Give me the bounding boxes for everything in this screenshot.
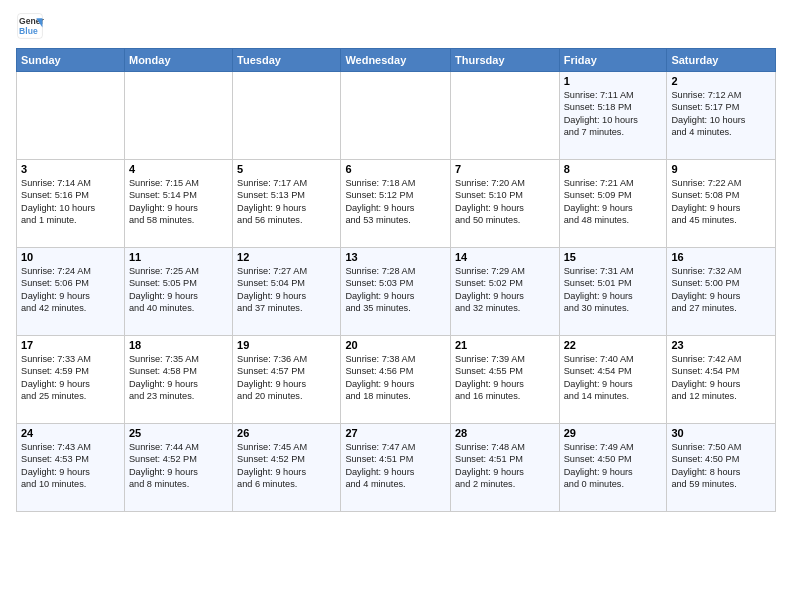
day-info: Sunrise: 7:40 AM Sunset: 4:54 PM Dayligh… (564, 353, 663, 403)
day-cell-12: 12Sunrise: 7:27 AM Sunset: 5:04 PM Dayli… (233, 248, 341, 336)
empty-cell (17, 72, 125, 160)
day-number: 14 (455, 251, 555, 263)
day-info: Sunrise: 7:27 AM Sunset: 5:04 PM Dayligh… (237, 265, 336, 315)
day-number: 7 (455, 163, 555, 175)
day-info: Sunrise: 7:36 AM Sunset: 4:57 PM Dayligh… (237, 353, 336, 403)
day-number: 23 (671, 339, 771, 351)
day-cell-18: 18Sunrise: 7:35 AM Sunset: 4:58 PM Dayli… (124, 336, 232, 424)
day-number: 19 (237, 339, 336, 351)
day-number: 8 (564, 163, 663, 175)
weekday-header-saturday: Saturday (667, 49, 776, 72)
day-number: 17 (21, 339, 120, 351)
day-info: Sunrise: 7:44 AM Sunset: 4:52 PM Dayligh… (129, 441, 228, 491)
day-number: 1 (564, 75, 663, 87)
empty-cell (124, 72, 232, 160)
day-number: 13 (345, 251, 446, 263)
day-info: Sunrise: 7:45 AM Sunset: 4:52 PM Dayligh… (237, 441, 336, 491)
day-number: 3 (21, 163, 120, 175)
page-header: General Blue (16, 12, 776, 40)
week-row-4: 17Sunrise: 7:33 AM Sunset: 4:59 PM Dayli… (17, 336, 776, 424)
weekday-header-tuesday: Tuesday (233, 49, 341, 72)
day-info: Sunrise: 7:18 AM Sunset: 5:12 PM Dayligh… (345, 177, 446, 227)
empty-cell (233, 72, 341, 160)
day-info: Sunrise: 7:39 AM Sunset: 4:55 PM Dayligh… (455, 353, 555, 403)
weekday-header-friday: Friday (559, 49, 667, 72)
day-number: 18 (129, 339, 228, 351)
week-row-3: 10Sunrise: 7:24 AM Sunset: 5:06 PM Dayli… (17, 248, 776, 336)
day-number: 12 (237, 251, 336, 263)
day-info: Sunrise: 7:14 AM Sunset: 5:16 PM Dayligh… (21, 177, 120, 227)
day-info: Sunrise: 7:12 AM Sunset: 5:17 PM Dayligh… (671, 89, 771, 139)
day-info: Sunrise: 7:22 AM Sunset: 5:08 PM Dayligh… (671, 177, 771, 227)
day-cell-13: 13Sunrise: 7:28 AM Sunset: 5:03 PM Dayli… (341, 248, 451, 336)
day-number: 27 (345, 427, 446, 439)
logo-icon: General Blue (16, 12, 44, 40)
week-row-1: 1Sunrise: 7:11 AM Sunset: 5:18 PM Daylig… (17, 72, 776, 160)
day-info: Sunrise: 7:20 AM Sunset: 5:10 PM Dayligh… (455, 177, 555, 227)
day-info: Sunrise: 7:25 AM Sunset: 5:05 PM Dayligh… (129, 265, 228, 315)
day-cell-2: 2Sunrise: 7:12 AM Sunset: 5:17 PM Daylig… (667, 72, 776, 160)
day-cell-22: 22Sunrise: 7:40 AM Sunset: 4:54 PM Dayli… (559, 336, 667, 424)
day-cell-4: 4Sunrise: 7:15 AM Sunset: 5:14 PM Daylig… (124, 160, 232, 248)
day-cell-15: 15Sunrise: 7:31 AM Sunset: 5:01 PM Dayli… (559, 248, 667, 336)
day-info: Sunrise: 7:29 AM Sunset: 5:02 PM Dayligh… (455, 265, 555, 315)
day-cell-17: 17Sunrise: 7:33 AM Sunset: 4:59 PM Dayli… (17, 336, 125, 424)
day-info: Sunrise: 7:33 AM Sunset: 4:59 PM Dayligh… (21, 353, 120, 403)
day-cell-11: 11Sunrise: 7:25 AM Sunset: 5:05 PM Dayli… (124, 248, 232, 336)
day-info: Sunrise: 7:24 AM Sunset: 5:06 PM Dayligh… (21, 265, 120, 315)
day-number: 25 (129, 427, 228, 439)
day-number: 26 (237, 427, 336, 439)
calendar: SundayMondayTuesdayWednesdayThursdayFrid… (16, 48, 776, 512)
day-number: 24 (21, 427, 120, 439)
day-cell-10: 10Sunrise: 7:24 AM Sunset: 5:06 PM Dayli… (17, 248, 125, 336)
day-cell-29: 29Sunrise: 7:49 AM Sunset: 4:50 PM Dayli… (559, 424, 667, 512)
day-info: Sunrise: 7:35 AM Sunset: 4:58 PM Dayligh… (129, 353, 228, 403)
weekday-header-thursday: Thursday (451, 49, 560, 72)
day-number: 20 (345, 339, 446, 351)
day-cell-30: 30Sunrise: 7:50 AM Sunset: 4:50 PM Dayli… (667, 424, 776, 512)
day-cell-9: 9Sunrise: 7:22 AM Sunset: 5:08 PM Daylig… (667, 160, 776, 248)
day-number: 6 (345, 163, 446, 175)
empty-cell (341, 72, 451, 160)
day-number: 29 (564, 427, 663, 439)
day-number: 11 (129, 251, 228, 263)
day-number: 22 (564, 339, 663, 351)
day-cell-7: 7Sunrise: 7:20 AM Sunset: 5:10 PM Daylig… (451, 160, 560, 248)
day-cell-5: 5Sunrise: 7:17 AM Sunset: 5:13 PM Daylig… (233, 160, 341, 248)
week-row-2: 3Sunrise: 7:14 AM Sunset: 5:16 PM Daylig… (17, 160, 776, 248)
day-info: Sunrise: 7:49 AM Sunset: 4:50 PM Dayligh… (564, 441, 663, 491)
svg-text:Blue: Blue (19, 26, 38, 36)
weekday-header-wednesday: Wednesday (341, 49, 451, 72)
day-number: 30 (671, 427, 771, 439)
day-number: 15 (564, 251, 663, 263)
day-cell-19: 19Sunrise: 7:36 AM Sunset: 4:57 PM Dayli… (233, 336, 341, 424)
day-info: Sunrise: 7:28 AM Sunset: 5:03 PM Dayligh… (345, 265, 446, 315)
day-info: Sunrise: 7:42 AM Sunset: 4:54 PM Dayligh… (671, 353, 771, 403)
weekday-header-monday: Monday (124, 49, 232, 72)
day-info: Sunrise: 7:47 AM Sunset: 4:51 PM Dayligh… (345, 441, 446, 491)
day-cell-1: 1Sunrise: 7:11 AM Sunset: 5:18 PM Daylig… (559, 72, 667, 160)
day-cell-21: 21Sunrise: 7:39 AM Sunset: 4:55 PM Dayli… (451, 336, 560, 424)
day-cell-26: 26Sunrise: 7:45 AM Sunset: 4:52 PM Dayli… (233, 424, 341, 512)
day-cell-6: 6Sunrise: 7:18 AM Sunset: 5:12 PM Daylig… (341, 160, 451, 248)
weekday-header-sunday: Sunday (17, 49, 125, 72)
day-cell-25: 25Sunrise: 7:44 AM Sunset: 4:52 PM Dayli… (124, 424, 232, 512)
day-info: Sunrise: 7:17 AM Sunset: 5:13 PM Dayligh… (237, 177, 336, 227)
day-number: 2 (671, 75, 771, 87)
week-row-5: 24Sunrise: 7:43 AM Sunset: 4:53 PM Dayli… (17, 424, 776, 512)
day-info: Sunrise: 7:32 AM Sunset: 5:00 PM Dayligh… (671, 265, 771, 315)
day-cell-27: 27Sunrise: 7:47 AM Sunset: 4:51 PM Dayli… (341, 424, 451, 512)
day-number: 9 (671, 163, 771, 175)
day-number: 10 (21, 251, 120, 263)
day-cell-24: 24Sunrise: 7:43 AM Sunset: 4:53 PM Dayli… (17, 424, 125, 512)
day-info: Sunrise: 7:43 AM Sunset: 4:53 PM Dayligh… (21, 441, 120, 491)
day-info: Sunrise: 7:11 AM Sunset: 5:18 PM Dayligh… (564, 89, 663, 139)
day-number: 28 (455, 427, 555, 439)
day-number: 16 (671, 251, 771, 263)
day-cell-8: 8Sunrise: 7:21 AM Sunset: 5:09 PM Daylig… (559, 160, 667, 248)
day-number: 21 (455, 339, 555, 351)
day-number: 4 (129, 163, 228, 175)
day-cell-28: 28Sunrise: 7:48 AM Sunset: 4:51 PM Dayli… (451, 424, 560, 512)
day-cell-23: 23Sunrise: 7:42 AM Sunset: 4:54 PM Dayli… (667, 336, 776, 424)
empty-cell (451, 72, 560, 160)
